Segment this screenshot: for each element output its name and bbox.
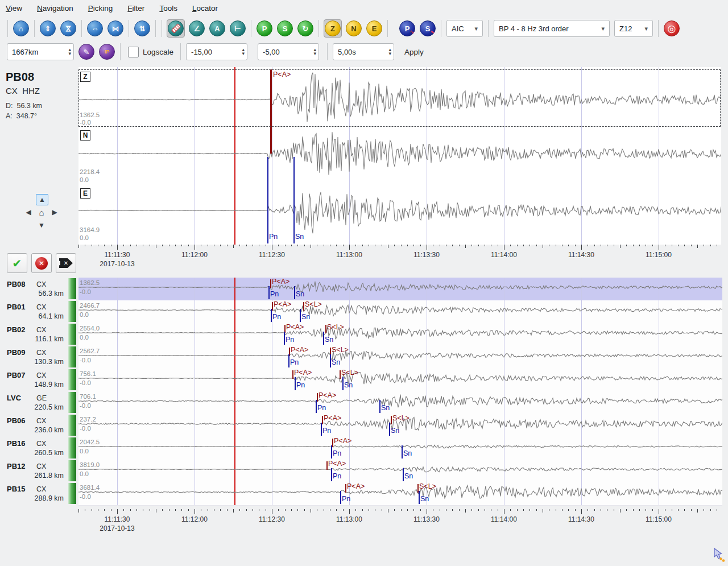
time-compress-button[interactable]: ⋈	[107, 20, 124, 37]
p-pick-marker[interactable]	[270, 279, 271, 288]
annotation-tool-button[interactable]: A	[209, 20, 226, 37]
sn-pick-marker[interactable]	[379, 400, 380, 413]
station-row[interactable]: PB16CX260.5 km2042.50.0P<A>PnSn	[0, 437, 728, 460]
trace-area[interactable]: 706.1-0.0P<A>PnSn	[78, 391, 722, 415]
s-pick-marker[interactable]	[303, 302, 304, 311]
align-on-s-button[interactable]: S	[276, 20, 293, 37]
p-pick-marker[interactable]	[317, 393, 318, 402]
component-n-button[interactable]: N	[345, 20, 362, 37]
pn-pick-marker[interactable]	[268, 286, 270, 299]
pn-pick-marker[interactable]	[295, 377, 296, 390]
picker-dropdown[interactable]: AIC▾	[446, 20, 483, 37]
skip-station-button[interactable]: ✕	[56, 253, 76, 273]
station-row[interactable]: PB12CX261.8 km3819.00.0P<A>PnSn	[0, 460, 728, 482]
menu-item-filter[interactable]: Filter	[127, 4, 144, 13]
angle-tool-button[interactable]: ∠	[188, 20, 205, 37]
component-z-button[interactable]: Z	[324, 19, 342, 38]
station-row[interactable]: PB08CX56.3 km1362.5-0.0P<A>PnSn	[0, 278, 728, 300]
p-pick-marker[interactable]	[332, 439, 333, 447]
p-pick-marker[interactable]	[272, 302, 273, 311]
pick-s-button[interactable]: S∿	[419, 20, 436, 37]
sn-pick-marker[interactable]	[342, 377, 344, 390]
trace-area[interactable]: 2042.50.0P<A>PnSn	[78, 437, 722, 460]
sn-pick-marker[interactable]	[300, 309, 301, 322]
amplitude-zoom-button[interactable]: ⇕	[39, 20, 56, 37]
pn-pick-marker[interactable]	[316, 400, 317, 413]
ruler-tool-button[interactable]	[167, 19, 185, 38]
apply-button[interactable]: Apply	[404, 48, 424, 56]
station-row[interactable]: PB06CX236.0 km237.2-0.0P<A>S<L>PnSn	[0, 414, 728, 437]
pn-pick-marker[interactable]	[288, 354, 289, 367]
picker-settings-button[interactable]: ✎	[78, 43, 95, 60]
s-pick-marker[interactable]	[325, 325, 326, 333]
p-pick-marker[interactable]	[270, 69, 272, 154]
logscale-checkbox[interactable]	[128, 47, 139, 57]
home-view-button[interactable]: ⌂	[13, 20, 30, 37]
spinner-arrows-icon[interactable]: ▴▾	[384, 48, 392, 56]
menu-item-picking[interactable]: Picking	[88, 4, 113, 13]
amp-min-spinbox[interactable]: -15,00 ▴▾	[186, 43, 247, 60]
rotation-dropdown[interactable]: Z12▾	[614, 20, 653, 37]
pn-pick-marker[interactable]	[331, 445, 332, 458]
pn-pick-marker[interactable]	[331, 468, 332, 481]
station-row[interactable]: PB15CX288.9 km3681.4-0.0P<A>S<L>PnSn	[0, 482, 728, 505]
sn-pick-marker[interactable]	[402, 445, 403, 458]
p-pick-marker[interactable]	[345, 484, 346, 493]
nav-up-button[interactable]: ▲	[36, 194, 48, 205]
amp-max-spinbox[interactable]: -5,00 ▴▾	[258, 43, 319, 60]
sn-pick-marker[interactable]	[323, 332, 324, 345]
pn-pick-marker[interactable]	[321, 423, 322, 436]
time-expand-button[interactable]: ⇔	[86, 20, 104, 37]
nav-left-button[interactable]: ◀	[23, 207, 34, 217]
sn-pick-marker[interactable]	[294, 286, 295, 299]
trace-area[interactable]: 2562.7-0.0P<A>S<L>PnSn	[78, 346, 722, 369]
align-on-p-button[interactable]: P	[256, 20, 273, 37]
menu-item-locator[interactable]: Locator	[192, 4, 218, 13]
trace-area[interactable]: 2554.00.0P<A>S<L>PnSn	[78, 323, 722, 346]
repick-button[interactable]: ↻	[297, 20, 314, 37]
pick-p-button[interactable]: P∿	[399, 20, 416, 37]
time-window-spinbox[interactable]: 5,00s ▴▾	[333, 43, 394, 60]
trace-area[interactable]: 3819.00.0P<A>PnSn	[78, 460, 722, 483]
pn-pick-marker[interactable]	[284, 332, 285, 345]
station-row[interactable]: PB07CX148.9 km756.1-0.0P<A>S<L>PnSn	[0, 369, 728, 391]
default-zoom-button[interactable]: ⇅	[134, 20, 151, 37]
s-pick-marker[interactable]	[340, 370, 341, 379]
sn-pick-marker[interactable]	[389, 423, 390, 436]
nav-right-button[interactable]: ▶	[49, 207, 60, 217]
component-e-button[interactable]: E	[366, 20, 383, 37]
nav-down-button[interactable]: ▼	[36, 220, 47, 230]
reject-picks-button[interactable]: ✕	[31, 253, 52, 273]
trace-area[interactable]: 756.1-0.0P<A>S<L>PnSn	[78, 369, 722, 392]
align-tool-button[interactable]: ⊢	[229, 20, 246, 37]
trace-area[interactable]: 1362.5-0.0P<A>PnSn	[78, 278, 722, 301]
trace-area[interactable]: 237.2-0.0P<A>S<L>PnSn	[78, 414, 722, 437]
station-row[interactable]: LVCGE220.5 km706.1-0.0P<A>PnSn	[0, 391, 728, 414]
spinner-arrows-icon[interactable]: ▴▾	[309, 48, 317, 56]
station-row[interactable]: PB02CX116.1 km2554.00.0P<A>S<L>PnSn	[0, 323, 728, 346]
menu-item-navigation[interactable]: Navigation	[37, 4, 73, 13]
s-pick-marker[interactable]	[391, 416, 392, 424]
filter-dropdown[interactable]: BP 4 - 8 Hz 3rd order▾	[494, 20, 610, 37]
pn-pick-marker[interactable]	[340, 491, 341, 504]
station-row[interactable]: PB09CX130.3 km2562.7-0.0P<A>S<L>PnSn	[0, 346, 728, 369]
spinner-arrows-icon[interactable]: ▴▾	[64, 48, 71, 56]
p-pick-marker[interactable]	[326, 461, 328, 470]
menu-item-view[interactable]: View	[6, 4, 22, 13]
trace-area[interactable]: 3681.4-0.0P<A>S<L>PnSn	[78, 482, 722, 506]
menu-item-tools[interactable]: Tools	[159, 4, 177, 13]
component-trace-panel[interactable]: Z1362.5-0.0N2218.40.0E3164.90.0P<A>PnSn	[78, 67, 721, 245]
sn-pick-marker[interactable]	[419, 491, 420, 504]
p-pick-marker[interactable]	[292, 370, 293, 379]
sn-pick-marker[interactable]	[293, 157, 295, 243]
relocate-button[interactable]: ◎	[663, 20, 680, 37]
sn-pick-marker[interactable]	[403, 468, 404, 481]
station-row[interactable]: PB01CX64.1 km2466.70.0P<A>S<L>PnSn	[0, 300, 728, 323]
spinner-arrows-icon[interactable]: ▴▾	[238, 48, 245, 56]
pn-pick-marker[interactable]	[267, 157, 268, 243]
p-pick-marker[interactable]	[322, 416, 323, 424]
accept-picks-button[interactable]: ✔	[7, 253, 27, 273]
amplitude-compress-button[interactable]: ⋈	[60, 20, 77, 37]
nav-home-button[interactable]: ⌂	[36, 207, 47, 217]
pn-pick-marker[interactable]	[271, 309, 272, 322]
